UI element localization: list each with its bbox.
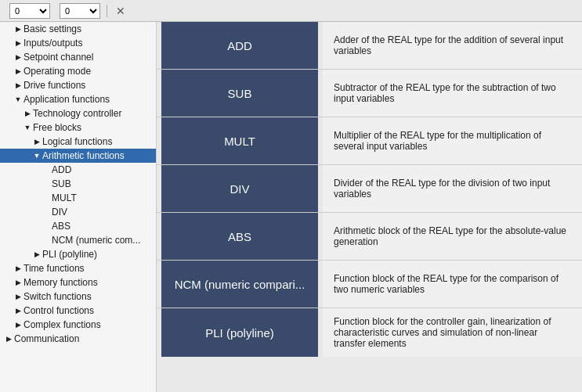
sidebar-label-sub: SUB — [52, 178, 153, 189]
sidebar-label-control-functions: Control functions — [23, 305, 153, 316]
sidebar-item-memory-functions[interactable]: Memory functions — [0, 275, 156, 290]
content-row-sub: SUBSubtractor of the REAL type for the s… — [157, 70, 582, 117]
tree-arrow-switch-functions — [13, 293, 23, 300]
content-row-ncm: NCM (numeric compari...Function block of… — [157, 261, 582, 308]
sidebar-item-setpoint-channel[interactable]: Setpoint channel — [0, 50, 156, 64]
sidebar-label-abs: ABS — [52, 221, 153, 232]
sidebar-label-arithmetic-functions: Arithmetic functions — [42, 150, 153, 161]
tree-arrow-inputs-outputs — [13, 39, 23, 47]
tree-arrow-arithmetic-functions — [31, 152, 42, 160]
sidebar-label-communication: Communication — [14, 333, 153, 344]
tree-arrow-technology-controller — [22, 110, 33, 117]
sidebar-label-technology-controller: Technology controller — [33, 108, 153, 119]
sidebar-item-drive-functions[interactable]: Drive functions — [0, 78, 156, 92]
sidebar-label-div: DIV — [52, 207, 153, 218]
sidebar-item-abs[interactable]: ABS — [0, 219, 156, 233]
sidebar-item-div[interactable]: DIV — [0, 205, 156, 219]
toolbar-separator — [107, 5, 107, 17]
func-desc-abs: Arithmetic block of the REAL type for th… — [323, 213, 582, 260]
func-block-div[interactable]: DIV — [161, 165, 318, 212]
sidebar-item-free-blocks[interactable]: Free blocks — [0, 120, 156, 135]
func-block-add[interactable]: ADD — [161, 22, 318, 69]
sidebar-label-application-functions: Application functions — [23, 94, 153, 105]
sidebar-label-pli: PLI (polyline) — [42, 249, 153, 260]
func-block-pli[interactable]: PLI (polyline) — [161, 308, 318, 357]
func-desc-mult: Multiplier of the REAL type for the mult… — [323, 117, 582, 164]
toolbar: 0 0 ✕ — [0, 0, 582, 22]
sidebar-label-setpoint-channel: Setpoint channel — [23, 52, 153, 63]
sidebar-label-logical-functions: Logical functions — [42, 136, 153, 147]
sidebar-label-basic-settings: Basic settings — [23, 23, 153, 34]
tree-arrow-free-blocks — [22, 124, 33, 131]
cds-select[interactable]: 0 — [9, 3, 50, 19]
func-desc-div: Divider of the REAL type for the divisio… — [323, 165, 582, 212]
sidebar-label-time-functions: Time functions — [23, 263, 153, 274]
sidebar-item-technology-controller[interactable]: Technology controller — [0, 106, 156, 120]
func-desc-sub: Subtractor of the REAL type for the subt… — [323, 70, 582, 117]
sidebar-item-switch-functions[interactable]: Switch functions — [0, 290, 156, 304]
func-block-sub[interactable]: SUB — [161, 70, 318, 117]
tree-arrow-setpoint-channel — [13, 53, 23, 61]
sidebar-item-pli[interactable]: PLI (polyline) — [0, 247, 156, 261]
func-desc-pli: Function block for the controller gain, … — [323, 308, 582, 357]
sidebar-label-free-blocks: Free blocks — [33, 122, 153, 133]
content-grid: ADDAdder of the REAL type for the additi… — [157, 22, 582, 357]
sidebar-item-logical-functions[interactable]: Logical functions — [0, 135, 156, 149]
tree-arrow-operating-mode — [13, 67, 23, 75]
sidebar-label-switch-functions: Switch functions — [23, 291, 153, 302]
sidebar-label-ncm: NCM (numeric com... — [52, 235, 153, 246]
sidebar-label-memory-functions: Memory functions — [23, 277, 153, 288]
func-desc-add: Adder of the REAL type for the addition … — [323, 22, 582, 69]
sidebar-item-basic-settings[interactable]: Basic settings — [0, 22, 156, 36]
sidebar-item-inputs-outputs[interactable]: Inputs/outputs — [0, 36, 156, 50]
sidebar-item-ncm[interactable]: NCM (numeric com... — [0, 233, 156, 247]
content-row-pli: PLI (polyline)Function block for the con… — [157, 308, 582, 357]
sidebar-item-time-functions[interactable]: Time functions — [0, 261, 156, 275]
content-row-div: DIVDivider of the REAL type for the divi… — [157, 165, 582, 213]
func-desc-ncm: Function block of the REAL type for the … — [323, 261, 582, 307]
content-area: ADDAdder of the REAL type for the additi… — [157, 22, 582, 392]
sidebar-item-control-functions[interactable]: Control functions — [0, 304, 156, 318]
sidebar-item-mult[interactable]: MULT — [0, 191, 156, 205]
tree-arrow-time-functions — [13, 264, 23, 272]
tree-arrow-drive-functions — [13, 81, 23, 89]
dds-select[interactable]: 0 — [60, 3, 100, 19]
sidebar: Basic settingsInputs/outputsSetpoint cha… — [0, 22, 157, 392]
sidebar-label-add: ADD — [52, 164, 153, 175]
tree-arrow-application-functions — [13, 95, 23, 103]
sidebar-item-complex-functions[interactable]: Complex functions — [0, 318, 156, 332]
sidebar-label-mult: MULT — [52, 192, 153, 203]
clear-icon[interactable]: ✕ — [114, 4, 128, 18]
tree-arrow-pli — [31, 250, 42, 258]
sidebar-item-application-functions[interactable]: Application functions — [0, 92, 156, 106]
sidebar-item-sub[interactable]: SUB — [0, 177, 156, 191]
content-row-mult: MULTMultiplier of the REAL type for the … — [157, 117, 582, 165]
main-layout: Basic settingsInputs/outputsSetpoint cha… — [0, 22, 582, 392]
sidebar-item-communication[interactable]: Communication — [0, 332, 156, 346]
sidebar-item-add[interactable]: ADD — [0, 163, 156, 177]
sidebar-label-inputs-outputs: Inputs/outputs — [23, 38, 153, 49]
sidebar-label-operating-mode: Operating mode — [23, 66, 153, 77]
tree-arrow-basic-settings — [13, 25, 23, 33]
func-block-mult[interactable]: MULT — [161, 117, 318, 164]
content-row-abs: ABSArithmetic block of the REAL type for… — [157, 213, 582, 261]
tree-arrow-memory-functions — [13, 279, 23, 286]
sidebar-label-drive-functions: Drive functions — [23, 80, 153, 91]
content-row-add: ADDAdder of the REAL type for the additi… — [157, 22, 582, 70]
tree-arrow-communication — [3, 335, 14, 343]
func-block-ncm[interactable]: NCM (numeric compari... — [161, 261, 318, 307]
tree-arrow-logical-functions — [31, 138, 42, 146]
tree-arrow-complex-functions — [13, 321, 23, 329]
sidebar-label-complex-functions: Complex functions — [23, 319, 153, 330]
sidebar-item-arithmetic-functions[interactable]: Arithmetic functions — [0, 149, 156, 163]
func-block-abs[interactable]: ABS — [161, 213, 318, 260]
sidebar-item-operating-mode[interactable]: Operating mode — [0, 64, 156, 78]
tree-arrow-control-functions — [13, 307, 23, 315]
